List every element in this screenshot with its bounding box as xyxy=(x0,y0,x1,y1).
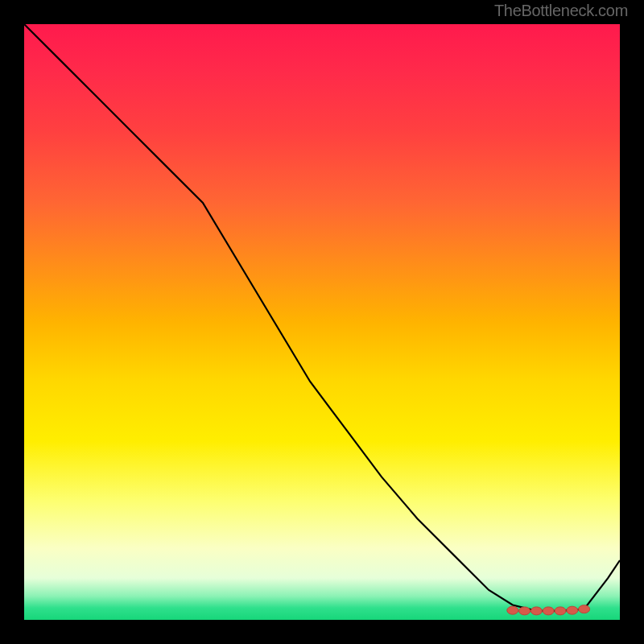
marker-point xyxy=(567,606,578,614)
marker-point xyxy=(555,607,566,615)
chart-container: TheBottleneck.com xyxy=(0,0,644,644)
marker-point xyxy=(519,607,530,615)
bottleneck-curve xyxy=(24,24,620,611)
plot-area xyxy=(24,24,620,620)
marker-point xyxy=(579,605,590,613)
chart-overlay xyxy=(24,24,620,620)
marker-point xyxy=(543,607,554,615)
marker-point xyxy=(530,607,542,615)
marker-point xyxy=(507,606,518,614)
attribution-text: TheBottleneck.com xyxy=(494,2,628,20)
